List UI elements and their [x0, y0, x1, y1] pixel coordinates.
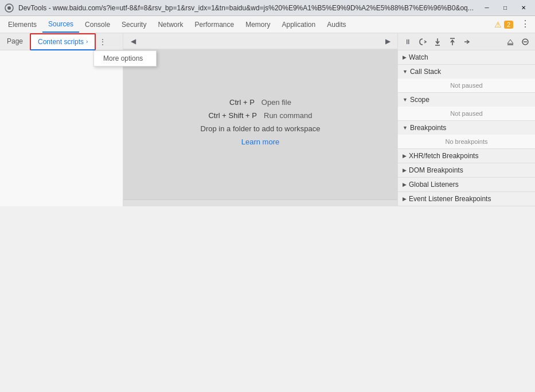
section-breakpoints-label: Breakpoints	[410, 124, 446, 132]
tab-elements[interactable]: Elements	[2, 16, 42, 33]
step-out-button[interactable]	[446, 36, 459, 48]
section-breakpoints-arrow: ▼	[403, 125, 408, 131]
context-menu-item-more-options[interactable]: More options	[94, 51, 156, 66]
alert-icon: ⚠	[494, 20, 502, 29]
shortcut-run-command: Ctrl + Shift + P Run command	[201, 111, 321, 120]
tab-audits[interactable]: Audits	[321, 16, 352, 33]
step-into-button[interactable]	[431, 36, 444, 48]
step-into-icon	[434, 38, 442, 46]
sidebar-tab-page[interactable]: Page	[0, 33, 30, 50]
editor-toolbar: ◀ ▶	[123, 33, 397, 49]
editor-scrollbar[interactable]	[123, 199, 397, 206]
maximize-button[interactable]: □	[498, 2, 512, 14]
section-watch-label: Watch	[409, 53, 428, 61]
tab-memory[interactable]: Memory	[240, 16, 276, 33]
section-global-listeners: ▶ Global Listeners	[398, 178, 535, 192]
editor-back-button[interactable]: ◀	[127, 35, 139, 48]
close-button[interactable]: ✕	[517, 2, 530, 14]
alert-badge: 2	[504, 21, 513, 29]
editor-forward-button[interactable]: ▶	[381, 35, 394, 48]
drop-folder-text: Drop in a folder to add to workspace	[201, 124, 321, 133]
step-button[interactable]	[461, 36, 474, 48]
tab-network[interactable]: Network	[152, 16, 189, 33]
step-over-button[interactable]	[416, 36, 429, 48]
sources-right-panel: ⏸	[397, 33, 535, 206]
section-watch: ▶ Watch	[398, 50, 535, 65]
tab-console[interactable]: Console	[79, 16, 116, 33]
shortcut-run-command-keys: Ctrl + Shift + P	[208, 111, 257, 120]
shortcut-open-file-keys: Ctrl + P	[229, 98, 255, 107]
section-watch-arrow: ▶	[403, 54, 407, 60]
section-dom-breakpoints-header[interactable]: ▶ DOM Breakpoints	[398, 163, 535, 177]
section-scope-arrow: ▼	[403, 97, 408, 103]
section-global-listeners-header[interactable]: ▶ Global Listeners	[398, 178, 535, 191]
editor-welcome: Ctrl + P Open file Ctrl + Shift + P Run …	[201, 93, 321, 146]
tab-security[interactable]: Security	[116, 16, 152, 33]
section-breakpoints-content: No breakpoints	[398, 135, 535, 148]
sidebar-tab-content-scripts[interactable]: Content scripts ›	[30, 33, 96, 50]
pause-resume-button[interactable]: ⏸	[401, 36, 414, 48]
section-event-listener-breakpoints-arrow: ▶	[403, 196, 407, 202]
section-dom-breakpoints-arrow: ▶	[403, 167, 407, 173]
section-scope: ▼ Scope Not paused	[398, 93, 535, 121]
more-tools-button[interactable]: ⋮	[518, 16, 533, 31]
section-scope-header[interactable]: ▼ Scope	[398, 93, 535, 107]
context-menu: More options	[93, 50, 157, 66]
devtools-icon	[5, 3, 14, 13]
section-xhr-fetch-arrow: ▶	[403, 153, 407, 159]
step-icon	[463, 38, 471, 46]
section-event-listener-breakpoints: ▶ Event Listener Breakpoints	[398, 192, 535, 206]
section-call-stack-header[interactable]: ▼ Call Stack	[398, 65, 535, 79]
shortcut-run-command-action: Run command	[264, 111, 313, 120]
shortcut-open-file-action: Open file	[261, 98, 291, 107]
blackbox-button[interactable]	[504, 36, 517, 48]
section-watch-header[interactable]: ▶ Watch	[398, 50, 535, 64]
section-call-stack-content: Not paused	[398, 79, 535, 92]
chevron-right-icon: ›	[86, 38, 88, 45]
title-text: DevTools - www.baidu.com/s?ie=utf-8&f=8&…	[18, 4, 475, 12]
section-event-listener-breakpoints-label: Event Listener Breakpoints	[409, 195, 491, 203]
tab-sources[interactable]: Sources	[42, 16, 79, 33]
tab-application[interactable]: Application	[276, 16, 322, 33]
section-call-stack: ▼ Call Stack Not paused	[398, 65, 535, 93]
section-event-listener-breakpoints-header[interactable]: ▶ Event Listener Breakpoints	[398, 192, 535, 206]
step-over-icon	[419, 38, 427, 46]
shortcut-open-file: Ctrl + P Open file	[201, 98, 321, 107]
title-bar: DevTools - www.baidu.com/s?ie=utf-8&f=8&…	[0, 0, 535, 16]
sidebar-tab-more-button[interactable]: ⋮	[96, 35, 110, 49]
section-call-stack-label: Call Stack	[410, 68, 441, 76]
section-call-stack-arrow: ▼	[403, 69, 408, 75]
tab-performance[interactable]: Performance	[189, 16, 240, 33]
svg-point-1	[7, 6, 11, 10]
sidebar-content	[0, 50, 123, 206]
section-breakpoints-header[interactable]: ▼ Breakpoints	[398, 121, 535, 135]
learn-more-link[interactable]: Learn more	[241, 138, 279, 146]
blackbox-icon	[506, 38, 514, 46]
section-xhr-fetch: ▶ XHR/fetch Breakpoints	[398, 149, 535, 163]
right-toolbar: ⏸	[398, 33, 535, 50]
devtools-tabs-bar: Elements Sources Console Security Networ…	[0, 16, 535, 33]
sidebar-tabs: Page Content scripts › ⋮	[0, 33, 123, 50]
section-breakpoints: ▼ Breakpoints No breakpoints	[398, 121, 535, 149]
sources-panel: Page Content scripts › ⋮ More options ◀ …	[0, 33, 535, 206]
section-scope-label: Scope	[410, 96, 429, 104]
section-scope-content: Not paused	[398, 107, 535, 120]
minimize-button[interactable]: ─	[480, 2, 494, 14]
sources-main-editor: ◀ ▶ Ctrl + P Open file Ctrl + Shift + P …	[123, 33, 397, 206]
section-global-listeners-label: Global Listeners	[409, 181, 459, 189]
step-out-icon	[448, 38, 456, 46]
section-dom-breakpoints: ▶ DOM Breakpoints	[398, 163, 535, 178]
more-tabs-icon: ⋮	[99, 38, 106, 46]
section-xhr-fetch-label: XHR/fetch Breakpoints	[409, 152, 478, 160]
section-global-listeners-arrow: ▶	[403, 182, 407, 187]
section-dom-breakpoints-label: DOM Breakpoints	[409, 166, 463, 174]
section-xhr-fetch-header[interactable]: ▶ XHR/fetch Breakpoints	[398, 149, 535, 163]
deactivate-icon	[521, 38, 529, 46]
deactivate-breakpoints-button[interactable]	[519, 36, 532, 48]
